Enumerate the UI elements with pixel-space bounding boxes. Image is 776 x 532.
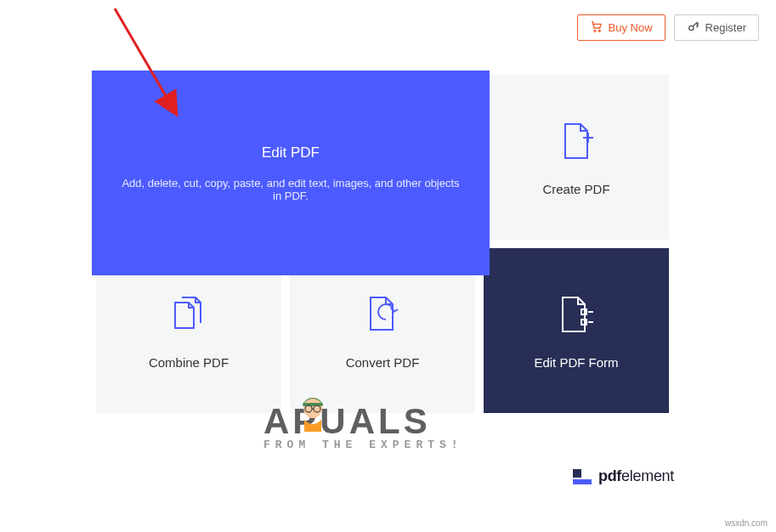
edit-pdf-title: Edit PDF bbox=[262, 144, 320, 161]
edit-pdf-form-label: Edit PDF Form bbox=[534, 355, 618, 370]
svg-point-2 bbox=[688, 25, 693, 30]
svg-point-1 bbox=[598, 30, 600, 31]
create-pdf-icon bbox=[554, 119, 598, 163]
convert-pdf-icon bbox=[360, 292, 405, 337]
svg-rect-16 bbox=[573, 469, 581, 478]
corner-text: wsxdn.com bbox=[725, 518, 768, 528]
combine-pdf-icon bbox=[167, 292, 211, 337]
pdfelement-logo-icon bbox=[573, 469, 592, 484]
create-pdf-card[interactable]: Create PDF bbox=[484, 75, 669, 240]
edit-pdf-form-icon bbox=[554, 292, 598, 337]
cart-icon bbox=[590, 20, 603, 36]
svg-point-0 bbox=[594, 30, 596, 31]
register-button[interactable]: Register bbox=[674, 14, 759, 41]
svg-rect-17 bbox=[573, 479, 592, 484]
buy-now-label: Buy Now bbox=[609, 21, 653, 34]
watermark-tagline: FROM THE EXPERTS! bbox=[263, 439, 463, 451]
create-pdf-label: Create PDF bbox=[542, 182, 609, 196]
register-label: Register bbox=[705, 21, 746, 34]
combine-pdf-label: Combine PDF bbox=[149, 355, 229, 370]
edit-pdf-description: Add, delete, cut, copy, paste, and edit … bbox=[117, 177, 464, 202]
buy-now-button[interactable]: Buy Now bbox=[577, 14, 666, 41]
footer-brand-text: pdfelement bbox=[598, 467, 674, 485]
top-bar: Buy Now Register bbox=[577, 14, 759, 41]
footer-brand: pdfelement bbox=[573, 467, 674, 485]
edit-pdf-card[interactable]: Edit PDF Add, delete, cut, copy, paste, … bbox=[92, 71, 490, 275]
convert-pdf-label: Convert PDF bbox=[346, 355, 420, 370]
edit-pdf-form-card[interactable]: Edit PDF Form bbox=[484, 248, 669, 413]
key-icon bbox=[687, 20, 700, 36]
